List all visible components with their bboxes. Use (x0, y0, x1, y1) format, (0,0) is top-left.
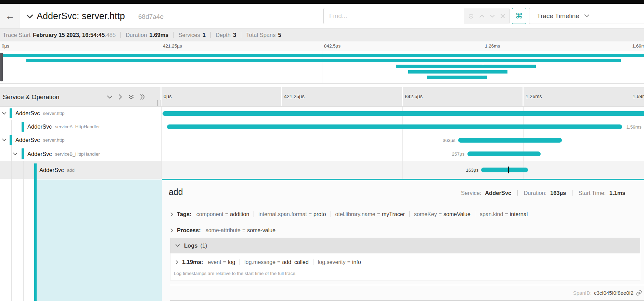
minimap-tick-labels: 0µs 421.25µs 842.5µs 1.26ms 1.69ms (0, 41, 644, 51)
process-accordion[interactable]: Process: some-attribute=some-value (170, 227, 275, 234)
tick-label: 421.25µs (163, 43, 182, 49)
pair-key: span.kind (480, 211, 503, 217)
meta-label: Start Time: (578, 190, 606, 196)
span-tree-item[interactable]: AdderSvc serviceA_HttpHandler (0, 120, 161, 133)
divider (210, 32, 211, 38)
expand-one-icon[interactable] (118, 94, 123, 100)
summary-value: 1 (203, 32, 206, 38)
meta-label: Service: (461, 190, 481, 196)
span-track (161, 107, 644, 120)
span-bar[interactable] (163, 111, 644, 116)
tree-guide-line (11, 179, 12, 301)
span-track: 163µs (161, 161, 644, 179)
pair-key: component (196, 211, 223, 217)
log-marker[interactable] (508, 167, 509, 173)
span-duration-label: 1.59ms (627, 124, 642, 129)
summary-value: 5 (278, 32, 281, 38)
span-track: 257µs (161, 147, 644, 161)
ruler-tick-label: 421.25µs (284, 94, 305, 99)
collapse-one-icon[interactable] (107, 95, 113, 99)
back-button[interactable]: ← (0, 4, 20, 28)
equals-sign: = (347, 259, 350, 265)
summary-label: Services (179, 32, 200, 38)
service-name: AdderSvc (27, 151, 52, 157)
find-input[interactable] (324, 8, 464, 24)
column-resize-grip[interactable] (157, 100, 160, 106)
span-detail-meta: Service: AdderSvc Duration: 163µs Start … (461, 190, 626, 196)
chevron-down-icon (25, 13, 34, 20)
tick-label: 0µs (2, 43, 9, 49)
chevron-right-icon (175, 260, 179, 265)
summary-value-fraction: .485 (105, 32, 116, 38)
pair-value: add_called (282, 259, 308, 265)
prev-result-icon[interactable] (479, 14, 485, 18)
divider (173, 32, 174, 38)
chevron-down-icon[interactable] (2, 112, 7, 115)
chevron-down-icon[interactable] (13, 153, 17, 156)
timeline-header-row: Service & Operation 0µs 421.25µs 842.5µs… (0, 87, 644, 107)
logs-footnote: Log timestamps are relative to the start… (170, 267, 640, 280)
logs-accordion-header[interactable]: Logs (1) (170, 238, 640, 253)
service-name: AdderSvc (15, 137, 40, 143)
pair-value: log (228, 259, 235, 265)
ruler-tick-label: 842.5µs (405, 94, 423, 99)
view-selector-dropdown[interactable]: Trace Timeline (529, 8, 644, 24)
tags-label: Tags: (177, 211, 192, 217)
span-bar[interactable] (458, 138, 562, 143)
top-black-strip (0, 0, 644, 4)
span-bar[interactable] (467, 151, 541, 156)
trace-minimap[interactable] (0, 51, 644, 83)
tags-accordion[interactable]: Tags: component=additioninternal.span.fo… (170, 211, 528, 217)
clear-search-icon[interactable] (500, 14, 505, 18)
minimap-viewport-handle[interactable] (0, 53, 3, 81)
span-detail-title: add (169, 187, 183, 197)
back-arrow-icon: ← (5, 11, 15, 22)
log-entry[interactable]: 1.19ms: event=loglog.message=add_calledl… (170, 253, 640, 267)
span-bar[interactable] (167, 124, 622, 129)
process-list: some-attribute=some-value (206, 227, 275, 234)
copy-link-icon[interactable] (636, 290, 642, 296)
span-row: AdderSvc serviceB_HttpHandler 257µs (0, 147, 644, 161)
divider (241, 32, 241, 38)
span-tree-item[interactable]: AdderSvc server.http (0, 107, 161, 120)
operation-name: server.http (43, 111, 65, 116)
pair-value: myTracer (382, 211, 405, 217)
service-accent-bar (10, 108, 12, 118)
pair-value: info (352, 259, 361, 265)
summary-label: Trace Start (3, 32, 30, 38)
operation-name: add (67, 168, 75, 173)
span-tree-item[interactable]: AdderSvc server.http (0, 133, 161, 147)
trace-collapse-toggle[interactable] (25, 13, 34, 20)
pair-value: someValue (443, 211, 471, 217)
trace-summary-bar: Trace Start February 15 2023, 16:54:45 .… (0, 28, 644, 41)
find-suffix-icons (464, 8, 509, 24)
keyboard-shortcuts-button[interactable]: ⌘ (512, 8, 526, 24)
expand-all-icon[interactable] (140, 94, 145, 100)
span-detail-footer: SpanID: c3cf045f0f8ee0f2 (170, 285, 644, 301)
ruler-tick-label: 0µs (164, 94, 172, 99)
span-tree-item[interactable]: AdderSvc serviceB_HttpHandler (0, 147, 161, 161)
focus-target-icon[interactable] (468, 13, 474, 19)
span-tree-item[interactable]: AdderSvc add (0, 161, 161, 179)
span-bar[interactable] (481, 168, 528, 172)
page-title: AdderSvc: server.http (37, 4, 125, 28)
spanid-label: SpanID: (573, 290, 592, 296)
equals-sign: = (309, 211, 312, 217)
equals-sign: = (277, 259, 280, 265)
divider (572, 190, 572, 196)
span-rows: AdderSvc server.http AdderSvc serviceA_H… (0, 107, 644, 179)
collapse-all-icon[interactable] (128, 94, 134, 100)
equals-sign: = (439, 211, 442, 217)
chevron-down-icon[interactable] (2, 138, 7, 142)
span-row-selected: AdderSvc add 163µs (0, 161, 644, 179)
next-result-icon[interactable] (490, 14, 495, 18)
chevron-right-icon (170, 228, 173, 233)
meta-label: Duration: (524, 190, 546, 196)
selected-span-accent-bar (34, 163, 37, 301)
tag-list: component=additioninternal.span.format=p… (196, 211, 528, 217)
service-operation-header: Service & Operation (3, 87, 60, 107)
minimap-span-bar (26, 59, 621, 62)
logs-container: Logs (1) 1.19ms: event=loglog.message=ad… (170, 238, 640, 280)
service-name: AdderSvc (27, 123, 52, 130)
span-duration-label: 163µs (466, 168, 478, 173)
